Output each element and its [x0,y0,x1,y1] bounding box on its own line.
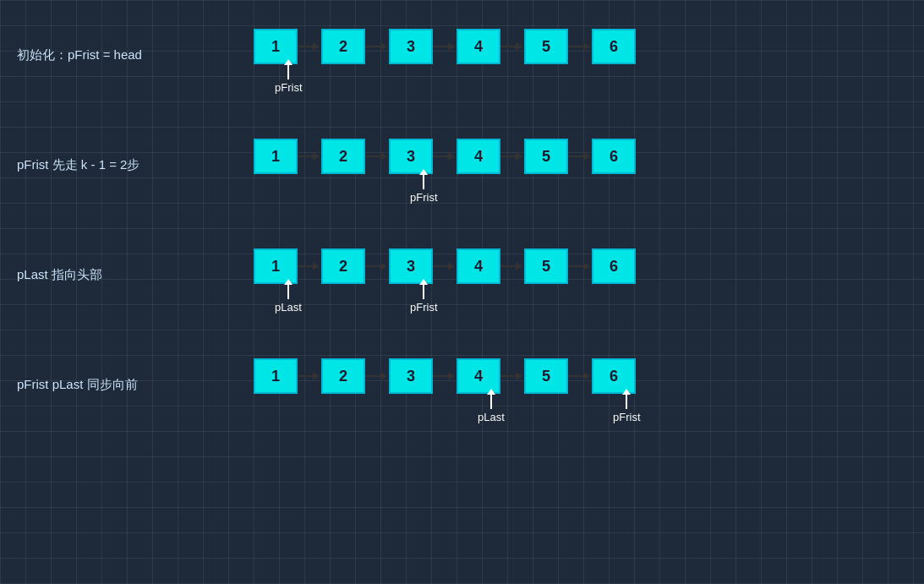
arrow-0-2 [433,38,457,55]
node-3-0: 1 [254,358,298,394]
arrow-2-1 [365,258,389,275]
main-container: 初始化：pFrist = head123456pFristpFrist 先走 k… [0,0,924,483]
pointers-wrapper-0: pFrist [254,64,636,108]
pointer-2-1: pFrist [410,284,438,314]
arrow-0-4 [568,38,592,55]
arrow-2-3 [500,258,524,275]
node-3-4: 5 [524,358,568,394]
pointer-arrow-0-0 [287,64,289,79]
row-2: pLast 指向头部123456pLastpFrist [17,248,907,358]
node-1-1: 2 [321,139,365,174]
arrow-3-1 [365,368,389,385]
arrow-1-4 [568,148,592,165]
arrow-1-3 [500,148,524,165]
pointers-wrapper-2: pLastpFrist [254,284,636,328]
pointer-arrow-3-0 [490,394,492,409]
pointer-label-2-0: pLast [275,301,302,314]
diagram-1: 123456pFrist [254,139,636,218]
pointer-label-2-1: pFrist [410,301,438,314]
arrow-2-2 [433,258,457,275]
pointer-label-3-0: pLast [478,411,505,423]
node-1-4: 5 [524,139,568,174]
arrow-0-3 [500,38,524,55]
pointer-label-1-0: pFrist [410,191,438,204]
diagram-0: 123456pFrist [254,29,636,108]
row-label-3: pFrist pLast 同步向前 [17,358,254,393]
node-2-3: 4 [457,248,500,284]
node-3-2: 3 [389,358,433,394]
node-0-3: 4 [457,29,500,64]
chain-2: 123456 [254,248,636,284]
rows-container: 初始化：pFrist = head123456pFristpFrist 先走 k… [17,29,907,468]
chain-3: 123456 [254,358,636,394]
pointer-arrow-1-0 [423,174,424,189]
chain-0: 123456 [254,29,636,64]
pointer-arrow-2-1 [423,284,424,299]
node-1-0: 1 [254,139,298,174]
node-2-1: 2 [321,248,365,284]
node-1-5: 6 [592,139,636,174]
node-1-3: 4 [457,139,500,174]
arrow-1-1 [365,148,389,165]
node-3-1: 2 [321,358,365,394]
pointer-0-0: pFrist [275,64,303,94]
row-3: pFrist pLast 同步向前123456pLastpFrist [17,358,907,468]
row-label-1: pFrist 先走 k - 1 = 2步 [17,139,254,173]
node-0-1: 2 [321,29,365,64]
row-label-2: pLast 指向头部 [17,248,254,283]
row-0: 初始化：pFrist = head123456pFrist [17,29,907,139]
arrow-1-0 [298,148,321,165]
arrow-3-2 [433,368,457,385]
diagram-3: 123456pLastpFrist [254,358,636,438]
node-0-2: 3 [389,29,433,64]
chain-1: 123456 [254,139,636,174]
arrow-3-4 [568,368,592,385]
pointer-arrow-2-0 [287,284,289,299]
node-0-4: 5 [524,29,568,64]
diagram-2: 123456pLastpFrist [254,248,636,328]
pointer-label-0-0: pFrist [275,81,303,94]
pointer-arrow-3-1 [626,394,627,409]
arrow-3-3 [500,368,524,385]
arrow-2-0 [298,258,321,275]
pointer-1-0: pFrist [410,174,438,204]
arrow-0-0 [298,38,321,55]
arrow-2-4 [568,258,592,275]
pointer-3-0: pLast [478,394,505,423]
arrow-1-2 [433,148,457,165]
pointer-2-0: pLast [275,284,302,314]
row-label-0: 初始化：pFrist = head [17,29,254,63]
node-2-4: 5 [524,248,568,284]
node-0-5: 6 [592,29,636,64]
pointers-wrapper-1: pFrist [254,174,636,218]
pointer-label-3-1: pFrist [613,411,641,423]
pointer-3-1: pFrist [613,394,641,423]
arrow-3-0 [298,368,321,385]
row-1: pFrist 先走 k - 1 = 2步123456pFrist [17,139,907,248]
node-2-5: 6 [592,248,636,284]
pointers-wrapper-3: pLastpFrist [254,394,636,438]
arrow-0-1 [365,38,389,55]
